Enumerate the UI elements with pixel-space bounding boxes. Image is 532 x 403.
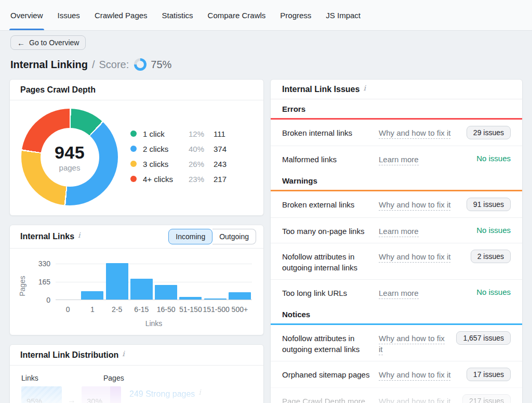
card-title-link-distribution: Internal Link Distribution — [20, 350, 118, 360]
pages-percent-bar: 30% — [82, 386, 121, 403]
section-title-warnings: Warnings — [282, 176, 317, 185]
bar-51-150 — [179, 297, 202, 300]
issue-row-too-long-link-urls: Too long link URLs Learn more No issues — [271, 279, 522, 305]
top-navigation: Overview Issues Crawled Pages Statistics… — [0, 0, 532, 31]
no-issues-status: No issues — [476, 152, 511, 163]
bar-1 — [81, 291, 103, 300]
why-how-to-fix-link[interactable]: Why and how to fix it — [379, 198, 460, 210]
legend-item: 1 click 12% 111 — [130, 128, 227, 139]
issues-count-button[interactable]: 91 issues — [467, 198, 511, 211]
score-label: Score: — [99, 59, 129, 71]
card-title-link-issues: Internal Link Issues — [282, 85, 360, 94]
why-how-to-fix-link[interactable]: Why and how to fix it — [379, 250, 464, 262]
internal-link-distribution-card: Internal Link Distribution i Links Pages… — [9, 344, 264, 403]
bar-500plus — [229, 292, 251, 300]
why-how-to-fix-link[interactable]: Why and how to fix it — [379, 368, 460, 380]
issue-row-broken-external-links: Broken external links Why and how to fix… — [271, 191, 522, 217]
y-tick-165: 165 — [20, 278, 50, 286]
page-title-row: Internal Linking / Score: 75% — [10, 57, 171, 72]
why-how-to-fix-link[interactable]: Why and how to fix it — [379, 126, 460, 138]
issue-row-page-crawl-depth: Page Crawl Depth more than 3 clicks Why … — [271, 387, 522, 403]
bar-2-5 — [106, 263, 128, 300]
issue-row-malformed-links: Malformed links Learn more No issues — [271, 146, 522, 171]
toggle-outgoing[interactable]: Outgoing — [212, 229, 256, 244]
links-percent-bar: 95% — [21, 386, 62, 403]
title-separator: / — [92, 59, 95, 71]
y-tick-330: 330 — [20, 259, 50, 268]
info-icon[interactable]: i — [363, 84, 365, 92]
go-to-overview-button[interactable]: ← Go to Overview — [10, 35, 86, 50]
issues-count-button[interactable]: 29 issues — [467, 126, 511, 139]
card-title-internal-links: Internal Links — [20, 232, 74, 241]
info-icon[interactable]: i — [122, 350, 124, 357]
legend-dot-4plus-clicks — [130, 176, 137, 182]
internal-links-bar-chart: Pages 330 165 0 0 1 — [10, 249, 263, 335]
section-title-errors: Errors — [282, 105, 305, 113]
go-to-overview-label: Go to Overview — [29, 38, 79, 47]
card-title-crawl-depth: Pages Crawl Depth — [20, 85, 96, 95]
x-axis-labels: 0 1 2-5 6-15 16-50 51-150 151-500 500+ — [56, 305, 252, 314]
score-ring-chart — [134, 58, 147, 71]
x-axis-title: Links — [56, 319, 252, 328]
learn-more-link[interactable]: Learn more — [379, 286, 470, 298]
plot-area — [56, 264, 252, 300]
score-value: 75% — [151, 59, 171, 71]
bars — [56, 264, 252, 300]
tab-progress[interactable]: Progress — [280, 0, 311, 30]
issues-count-button[interactable]: 17 issues — [467, 368, 511, 381]
learn-more-link[interactable]: Learn more — [379, 224, 470, 237]
legend-item: 4+ clicks 23% 217 — [130, 174, 227, 184]
bar-151-500 — [204, 298, 227, 300]
issues-count-button[interactable]: 217 issues — [462, 394, 511, 403]
legend-dot-1-click — [130, 131, 137, 137]
distribution-links-column-label: Links — [21, 374, 38, 382]
tab-crawled-pages[interactable]: Crawled Pages — [95, 0, 148, 30]
donut-total-label: pages — [59, 163, 81, 172]
donut-total-value: 945 — [55, 142, 85, 163]
legend-dot-3-clicks — [130, 161, 137, 167]
distribution-pages-column-label: Pages — [103, 374, 124, 382]
why-how-to-fix-link[interactable]: Why and how to fix it — [379, 394, 456, 403]
toggle-incoming[interactable]: Incoming — [168, 229, 212, 244]
nav-tabs: Overview Issues Crawled Pages Statistics… — [10, 0, 361, 30]
no-issues-status: No issues — [476, 224, 511, 235]
info-icon: i — [198, 388, 201, 398]
section-title-notices: Notices — [282, 310, 310, 319]
legend-item: 2 clicks 40% 374 — [130, 144, 227, 154]
right-arrow-icon: → — [62, 396, 82, 403]
learn-more-link[interactable]: Learn more — [379, 152, 470, 165]
why-how-to-fix-link[interactable]: Why and how to fix it — [379, 331, 450, 355]
tab-statistics[interactable]: Statistics — [162, 0, 193, 30]
legend-dot-2-clicks — [130, 146, 137, 152]
left-arrow-icon: ← — [17, 39, 25, 47]
score-ring-hole — [137, 61, 144, 68]
no-issues-status: No issues — [476, 286, 511, 296]
legend-item: 3 clicks 26% 243 — [130, 159, 227, 169]
donut-center: 945 pages — [41, 128, 99, 187]
internal-link-issues-card: Internal Link Issues i Errors Broken int… — [270, 79, 523, 403]
bar-16-50 — [155, 285, 177, 300]
issues-count-button[interactable]: 1,657 issues — [456, 331, 511, 345]
crawl-depth-donut-chart: 945 pages — [21, 109, 118, 205]
issue-row-too-many-on-page-links: Too many on-page links Learn more No iss… — [271, 217, 522, 243]
incoming-outgoing-toggle: Incoming Outgoing — [168, 229, 256, 244]
info-icon[interactable]: i — [78, 231, 80, 239]
issues-count-button[interactable]: 2 issues — [471, 250, 511, 263]
tab-compare-crawls[interactable]: Compare Crawls — [208, 0, 266, 30]
issue-row-broken-internal-links: Broken internal links Why and how to fix… — [271, 120, 522, 146]
tab-overview[interactable]: Overview — [10, 0, 43, 30]
issue-row-orphaned-sitemap-pages: Orphaned sitemap pages Why and how to fi… — [271, 361, 522, 387]
strong-pages-link[interactable]: 249 Strong pages i — [129, 389, 201, 399]
internal-links-card: Internal Links i Incoming Outgoing Pages… — [9, 225, 264, 335]
issue-row-nofollow-outgoing-internal: Nofollow attributes in outgoing internal… — [271, 243, 522, 279]
pages-crawl-depth-card: Pages Crawl Depth 945 pages 1 click 12% … — [9, 79, 264, 216]
bar-6-15 — [130, 279, 153, 300]
issue-row-nofollow-outgoing-external: Nofollow attributes in outgoing external… — [271, 325, 522, 361]
distribution-preview-row: 95% → 30% 249 Strong pages i — [21, 386, 258, 403]
page-title: Internal Linking — [10, 59, 88, 71]
distribution-body: Links Pages 95% → 30% 249 Strong pages i — [10, 366, 263, 403]
tab-js-impact[interactable]: JS Impact — [326, 0, 361, 30]
tab-issues[interactable]: Issues — [58, 0, 80, 30]
y-tick-0: 0 — [20, 296, 50, 304]
donut-legend: 1 click 12% 111 2 clicks 40% 374 3 click… — [130, 128, 227, 184]
